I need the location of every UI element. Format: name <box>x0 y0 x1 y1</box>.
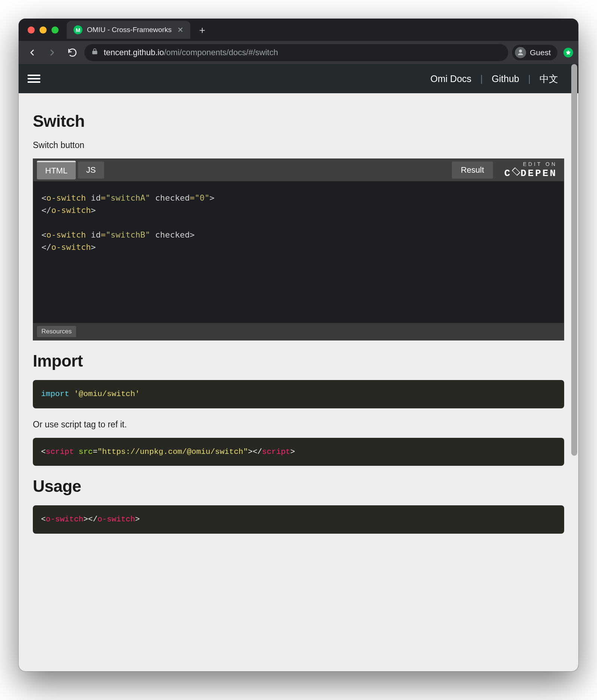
code-script[interactable]: <script src="https://unpkg.com/@omiu/swi… <box>33 438 564 466</box>
heading-import: Import <box>33 352 564 370</box>
codepen-tabs: HTML JS <box>37 161 106 179</box>
maximize-window-button[interactable] <box>51 26 59 34</box>
browser-tab[interactable]: M OMIU - Cross-Frameworks UI F ✕ <box>67 21 190 39</box>
reload-button[interactable] <box>64 44 81 61</box>
lock-icon <box>91 48 99 57</box>
code-usage[interactable]: <o-switch></o-switch> <box>33 505 564 534</box>
codepen-tab-js[interactable]: JS <box>78 161 104 179</box>
url-host: tencent.github.io <box>104 48 164 57</box>
avatar-icon <box>515 47 526 58</box>
codepen-tab-html[interactable]: HTML <box>37 161 76 179</box>
text-or-script: Or use script tag to ref it. <box>33 420 564 430</box>
page-title: Switch <box>33 112 564 131</box>
scrollbar-thumb[interactable] <box>571 64 577 456</box>
favicon-icon: M <box>74 25 82 34</box>
extension-badge[interactable] <box>563 48 573 57</box>
browser-toolbar: tencent.github.io/omi/components/docs/#/… <box>19 41 578 64</box>
nav-link-github[interactable]: Github <box>483 73 528 84</box>
codepen-code[interactable]: <o-switch id="switchA" checked="0"> </o-… <box>33 181 564 323</box>
nav-link-chinese[interactable]: 中文 <box>531 73 567 85</box>
page-subtitle: Switch button <box>33 140 564 150</box>
url-path: /omi/components/docs/#/switch <box>164 48 278 57</box>
profile-chip[interactable]: Guest <box>512 45 557 60</box>
close-tab-icon[interactable]: ✕ <box>177 25 184 34</box>
codepen-resources-button[interactable]: Resources <box>37 326 76 337</box>
header-nav: Omi Docs | Github | 中文 <box>422 73 567 85</box>
doc-body: Switch Switch button HTML JS Result EDIT… <box>19 93 578 560</box>
forward-button[interactable] <box>44 44 60 61</box>
close-window-button[interactable] <box>28 26 35 34</box>
tab-title: OMIU - Cross-Frameworks UI F <box>87 26 173 34</box>
codepen-tab-result[interactable]: Result <box>452 161 493 179</box>
codepen-logo: CDEPEN <box>504 168 557 179</box>
codepen-footer: Resources <box>33 323 564 340</box>
code-import[interactable]: import '@omiu/switch' <box>33 380 564 408</box>
tab-strip: M OMIU - Cross-Frameworks UI F ✕ ＋ <box>19 19 578 41</box>
address-bar[interactable]: tencent.github.io/omi/components/docs/#/… <box>84 44 508 61</box>
profile-label: Guest <box>530 48 551 57</box>
heading-usage: Usage <box>33 477 564 496</box>
browser-window: M OMIU - Cross-Frameworks UI F ✕ ＋ tence… <box>19 19 578 671</box>
new-tab-button[interactable]: ＋ <box>196 23 209 37</box>
page-viewport: Omi Docs | Github | 中文 Switch Switch but… <box>19 64 578 671</box>
window-controls <box>24 26 62 34</box>
back-button[interactable] <box>24 44 40 61</box>
menu-icon[interactable] <box>24 69 44 88</box>
minimize-window-button[interactable] <box>40 26 47 34</box>
scrollbar[interactable] <box>570 64 578 671</box>
codepen-edit-label: EDIT ON <box>504 161 557 167</box>
nav-link-docs[interactable]: Omi Docs <box>422 73 481 84</box>
app-header: Omi Docs | Github | 中文 <box>19 64 578 93</box>
codepen-toolbar: HTML JS Result EDIT ON CDEPEN <box>33 159 564 181</box>
codepen-embed: HTML JS Result EDIT ON CDEPEN <o-switch … <box>33 158 564 340</box>
url-text: tencent.github.io/omi/components/docs/#/… <box>104 48 278 57</box>
codepen-brand[interactable]: EDIT ON CDEPEN <box>504 161 557 179</box>
